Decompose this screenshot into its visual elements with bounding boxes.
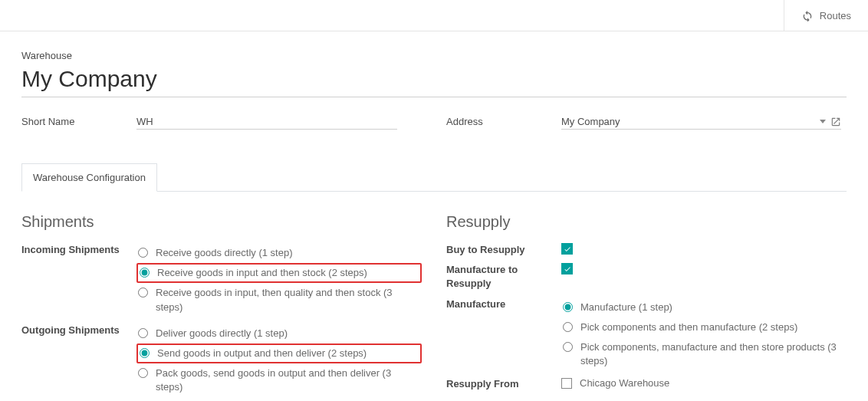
manufacture-option-1[interactable]: Manufacture (1 step) [561,297,847,317]
incoming-option-1[interactable]: Receive goods directly (1 step) [136,243,422,263]
outgoing-option-1[interactable]: Deliver goods directly (1 step) [136,324,422,343]
buy-to-resupply-label: Buy to Resupply [446,243,561,257]
radio-incoming-2step[interactable] [140,268,150,278]
manufacture-label: Manufacture [446,297,561,372]
resupply-from-label: Resupply From [446,377,561,391]
radio-manufacture-3step[interactable] [563,342,573,352]
incoming-option-3[interactable]: Receive goods in input, then quality and… [136,283,422,317]
radio-outgoing-1step[interactable] [138,328,148,338]
resupply-from-option-label: Chicago Warehouse [580,377,669,389]
outgoing-shipments-label: Outgoing Shipments [21,324,136,398]
manufacture-to-resupply-label: Manufacture to Resupply [446,263,561,291]
warehouse-label: Warehouse [21,50,847,61]
shipments-title: Shipments [21,213,422,231]
routes-label: Routes [820,10,851,21]
refresh-icon [801,9,814,21]
resupply-from-chicago-checkbox[interactable] [561,378,572,389]
address-input[interactable] [561,114,815,129]
check-icon [564,245,571,253]
radio-manufacture-1step[interactable] [563,302,573,312]
radio-outgoing-3step[interactable] [138,368,148,378]
radio-incoming-3step[interactable] [138,288,148,297]
manufacture-option-3[interactable]: Pick components, manufacture and then st… [561,337,847,371]
address-label: Address [446,116,561,127]
radio-manufacture-2step[interactable] [563,322,573,332]
check-icon [564,265,571,273]
chevron-down-icon[interactable] [820,120,826,123]
incoming-option-2[interactable]: Receive goods in input and then stock (2… [136,263,422,283]
resupply-title: Resupply [446,213,847,231]
external-link-icon[interactable] [830,117,841,127]
manufacture-option-2[interactable]: Pick components and then manufacture (2 … [561,317,847,337]
buy-to-resupply-checkbox[interactable] [561,243,573,255]
routes-button[interactable]: Routes [784,0,868,31]
short-name-label: Short Name [21,116,136,127]
warehouse-name-input[interactable] [21,64,847,97]
radio-outgoing-2step[interactable] [140,348,150,358]
incoming-shipments-label: Incoming Shipments [21,243,136,317]
radio-incoming-1step[interactable] [138,248,148,258]
tab-warehouse-configuration[interactable]: Warehouse Configuration [21,163,157,192]
outgoing-option-3[interactable]: Pack goods, send goods in output and the… [136,363,422,397]
outgoing-option-2[interactable]: Send goods in output and then deliver (2… [136,343,422,363]
short-name-input[interactable] [136,114,397,130]
manufacture-to-resupply-checkbox[interactable] [561,263,573,274]
